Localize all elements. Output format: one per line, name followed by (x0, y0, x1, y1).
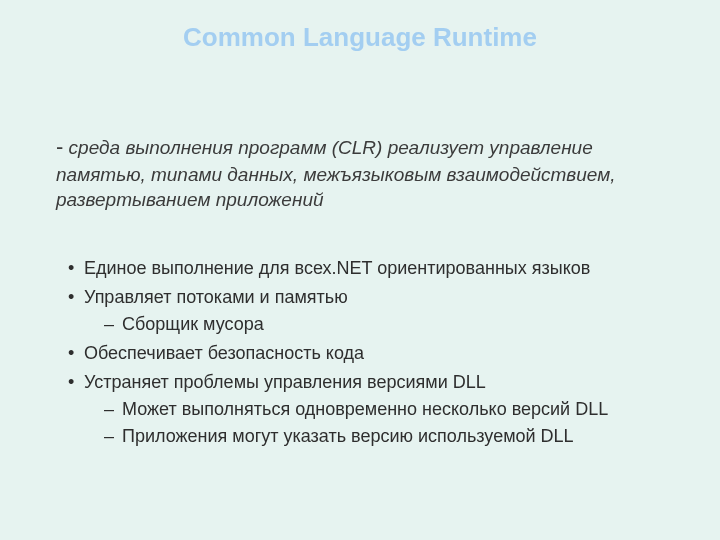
sub-list: Сборщик мусора (104, 311, 670, 338)
page-title: Common Language Runtime (0, 22, 720, 53)
intro-text: среда выполнения программ (CLR) реализуе… (56, 137, 616, 210)
body-content: Единое выполнение для всех.NET ориентиро… (68, 255, 670, 452)
list-item: Может выполняться одновременно несколько… (104, 396, 670, 423)
list-item: Управляет потоками и памятью Сборщик мус… (68, 284, 670, 338)
slide: Common Language Runtime - среда выполнен… (0, 0, 720, 540)
bullet-list: Единое выполнение для всех.NET ориентиро… (68, 255, 670, 450)
list-item: Приложения могут указать версию использу… (104, 423, 670, 450)
intro-paragraph: - среда выполнения программ (CLR) реализ… (56, 132, 670, 213)
sub-list: Может выполняться одновременно несколько… (104, 396, 670, 450)
list-item: Обеспечивает безопасность кода (68, 340, 670, 367)
list-item: Единое выполнение для всех.NET ориентиро… (68, 255, 670, 282)
list-item-label: Устраняет проблемы управления версиями D… (84, 372, 486, 392)
list-item-label: Управляет потоками и памятью (84, 287, 348, 307)
list-item: Сборщик мусора (104, 311, 670, 338)
intro-dash: - (56, 134, 63, 159)
list-item: Устраняет проблемы управления версиями D… (68, 369, 670, 450)
